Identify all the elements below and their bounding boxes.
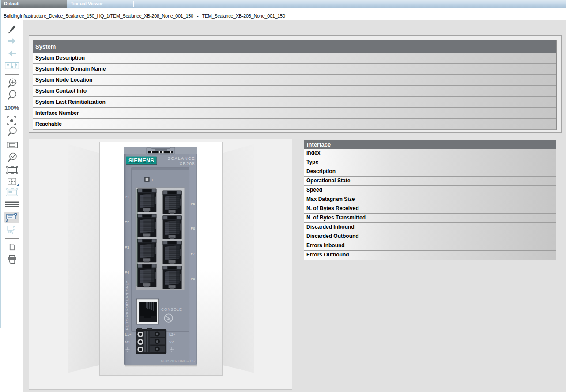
svg-text:P4: P4	[125, 271, 129, 275]
svg-text:P3: P3	[125, 245, 129, 249]
svg-text:P8: P8	[191, 277, 195, 281]
svg-text:6GK5 208-0BA00-2TB2: 6GK5 208-0BA00-2TB2	[161, 359, 196, 362]
svg-text:SCALANCE: SCALANCE	[168, 156, 195, 161]
svg-text:XB208: XB208	[179, 161, 195, 166]
svg-text:F: F	[152, 178, 154, 182]
svg-text:P5: P5	[191, 202, 195, 206]
svg-text:P7: P7	[191, 252, 195, 256]
svg-text:P6: P6	[191, 226, 195, 230]
svg-text:V2: V2	[169, 340, 174, 344]
svg-text:L1+: L1+	[125, 332, 131, 337]
svg-text:SIEMENS: SIEMENS	[128, 158, 154, 164]
svg-text:P1: P1	[125, 195, 129, 199]
svg-text:P1 TO P8 FOR LAN ONLY: P1 TO P8 FOR LAN ONLY	[125, 280, 129, 330]
svg-text:L2+: L2+	[169, 332, 175, 337]
svg-text:CONSOLE: CONSOLE	[161, 307, 182, 312]
svg-text:P2: P2	[125, 220, 129, 224]
svg-text:M1: M1	[125, 340, 130, 344]
